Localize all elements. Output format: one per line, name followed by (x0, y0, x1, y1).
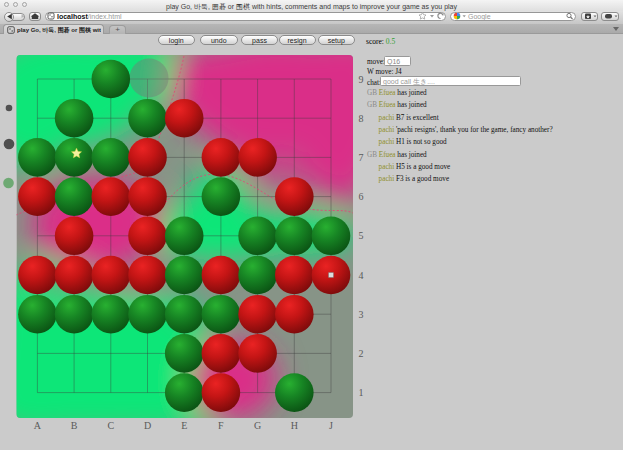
svg-text:7: 7 (359, 152, 364, 163)
svg-text:6: 6 (359, 191, 364, 202)
svg-text:1: 1 (359, 387, 364, 398)
svg-text:D: D (144, 420, 151, 431)
svg-text:5: 5 (359, 230, 364, 241)
svg-text:G: G (254, 420, 261, 431)
svg-text:9: 9 (359, 74, 364, 85)
svg-text:4: 4 (359, 270, 364, 281)
svg-text:C: C (107, 420, 114, 431)
svg-text:3: 3 (359, 309, 364, 320)
svg-text:B: B (71, 420, 78, 431)
svg-text:8: 8 (359, 113, 364, 124)
svg-text:A: A (34, 420, 42, 431)
svg-text:F: F (218, 420, 224, 431)
svg-text:E: E (181, 420, 187, 431)
svg-text:J: J (329, 420, 333, 431)
svg-text:H: H (291, 420, 298, 431)
svg-text:2: 2 (359, 348, 364, 359)
